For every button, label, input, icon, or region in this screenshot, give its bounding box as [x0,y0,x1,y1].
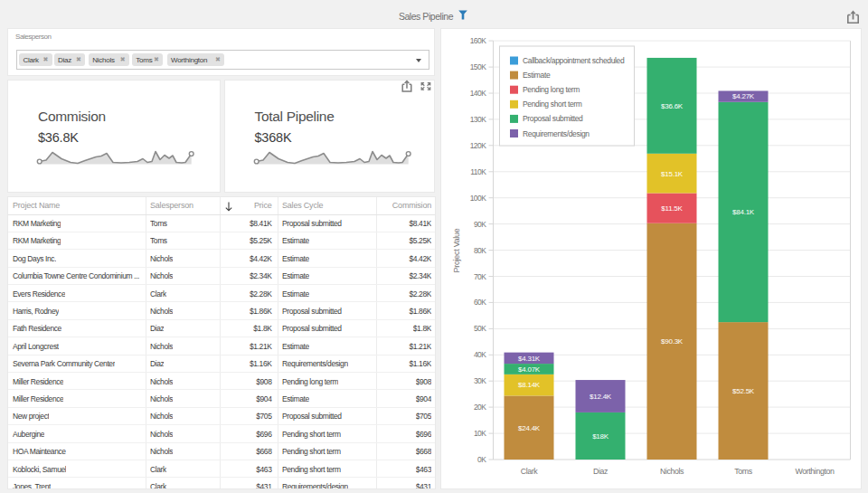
svg-text:$15.1K: $15.1K [661,170,684,178]
svg-text:120K: 120K [469,141,486,150]
svg-text:0K: 0K [477,455,486,464]
svg-text:40K: 40K [473,350,486,359]
svg-text:20K: 20K [473,403,486,412]
svg-text:Worthington: Worthington [795,467,834,476]
svg-text:Project Value: Project Value [452,228,461,272]
svg-text:$36.6K: $36.6K [661,102,684,110]
svg-text:Estimate: Estimate [523,71,551,80]
svg-text:110K: 110K [470,167,486,176]
svg-text:60K: 60K [473,298,486,307]
svg-text:Pending long term: Pending long term [523,85,580,94]
svg-text:70K: 70K [473,272,486,281]
svg-text:Callback/appointment scheduled: Callback/appointment scheduled [523,56,625,65]
svg-text:$52.5K: $52.5K [732,387,755,395]
svg-text:Nichols: Nichols [659,467,684,476]
svg-text:$24.4K: $24.4K [518,424,541,432]
svg-text:140K: 140K [469,89,486,98]
svg-text:Requirements/design: Requirements/design [523,129,590,138]
svg-text:$84.1K: $84.1K [732,208,755,216]
svg-text:Pending short term: Pending short term [523,100,582,109]
svg-text:50K: 50K [473,324,486,333]
svg-text:160K: 160K [469,36,486,45]
svg-text:Diaz: Diaz [593,467,608,476]
svg-text:130K: 130K [469,115,486,124]
svg-text:Clark: Clark [520,467,538,476]
svg-text:Toms: Toms [734,467,752,476]
svg-text:$4.31K: $4.31K [518,355,541,363]
svg-text:$90.3K: $90.3K [661,337,684,346]
svg-text:150K: 150K [469,62,486,71]
svg-text:30K: 30K [473,376,486,385]
svg-text:80K: 80K [473,246,486,255]
svg-text:$18K: $18K [592,432,609,441]
svg-text:$8.14K: $8.14K [518,381,541,389]
svg-text:$11.5K: $11.5K [661,204,683,213]
svg-text:100K: 100K [469,194,486,203]
svg-text:10K: 10K [473,429,486,438]
svg-text:90K: 90K [473,220,486,229]
svg-text:$12.4K: $12.4K [590,393,612,401]
svg-text:Proposal submitted: Proposal submitted [523,114,583,123]
svg-text:$4.07K: $4.07K [518,365,541,374]
svg-text:$4.27K: $4.27K [732,92,755,100]
